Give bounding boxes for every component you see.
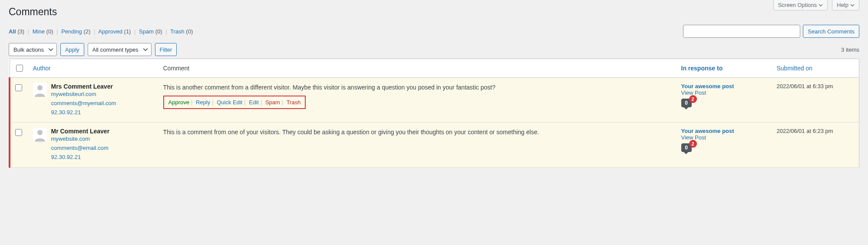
row-actions: Approve| Reply| Quick Edit| Edit| Spam| … — [163, 96, 306, 109]
filter-trash[interactable]: Trash — [170, 28, 185, 35]
response-post-link[interactable]: Your awesome post — [681, 128, 768, 134]
action-spam[interactable]: Spam — [265, 99, 280, 106]
pending-badge: 2 — [689, 95, 697, 103]
avatar — [33, 128, 47, 142]
filter-button[interactable]: Filter — [155, 43, 177, 56]
help-tab[interactable]: Help — [832, 0, 859, 10]
filter-mine[interactable]: Mine — [33, 28, 45, 35]
table-row: Mrs Comment Leaver mywebsiteurl.com comm… — [10, 78, 859, 122]
filter-approved[interactable]: Approved — [98, 28, 122, 35]
filter-all[interactable]: All — [9, 28, 16, 35]
submitted-date: 2022/06/01 at 6:23 pm — [772, 122, 859, 167]
row-checkbox[interactable] — [15, 129, 22, 136]
comment-text: This is a comment from one of your visit… — [163, 128, 673, 137]
items-count: 3 items — [841, 46, 859, 53]
status-filters: All (3) | Mine (0) | Pending (2) | Appro… — [9, 28, 193, 35]
screen-options-label: Screen Options — [778, 2, 817, 8]
avatar — [33, 83, 47, 97]
apply-button[interactable]: Apply — [60, 43, 84, 56]
search-comments-button[interactable]: Search Comments — [803, 25, 859, 38]
svg-point-1 — [37, 85, 43, 90]
bulk-actions-select[interactable]: Bulk actions — [9, 43, 57, 56]
svg-point-3 — [37, 130, 43, 135]
action-trash[interactable]: Trash — [287, 99, 301, 106]
chevron-down-icon — [818, 3, 823, 7]
submitted-date: 2022/06/01 at 6:33 pm — [772, 78, 859, 122]
filter-spam[interactable]: Spam — [139, 28, 154, 35]
comment-types-select[interactable]: All comment types — [88, 43, 152, 56]
author-email[interactable]: comments@email.com — [51, 144, 110, 153]
col-author[interactable]: Author — [33, 65, 51, 72]
comment-count-bubble[interactable]: 02 — [681, 99, 692, 107]
author-ip[interactable]: 92.30.92.21 — [51, 153, 110, 162]
col-date[interactable]: Submitted on — [777, 65, 813, 72]
pending-badge: 2 — [689, 140, 697, 148]
page-title: Comments — [9, 6, 859, 18]
action-edit[interactable]: Edit — [249, 99, 258, 106]
filter-pending[interactable]: Pending — [61, 28, 82, 35]
chevron-down-icon — [850, 3, 855, 7]
action-reply[interactable]: Reply — [196, 99, 210, 106]
author-url[interactable]: mywebsiteurl.com — [51, 90, 116, 99]
screen-options-tab[interactable]: Screen Options — [773, 0, 828, 10]
author-name: Mr Comment Leaver — [51, 128, 110, 135]
table-row: Mr Comment Leaver mywebsite.com comments… — [10, 122, 859, 167]
action-approve[interactable]: Approve — [168, 99, 189, 106]
comment-count-bubble[interactable]: 02 — [681, 143, 692, 152]
author-url[interactable]: mywebsite.com — [51, 135, 110, 144]
action-quick-edit[interactable]: Quick Edit — [217, 99, 242, 106]
author-name: Mrs Comment Leaver — [51, 83, 116, 90]
comments-table: Author Comment In response to Submitted … — [9, 59, 859, 168]
col-comment: Comment — [159, 59, 677, 78]
row-checkbox[interactable] — [15, 84, 22, 91]
response-post-link[interactable]: Your awesome post — [681, 83, 768, 89]
author-ip[interactable]: 92.30.92.21 — [51, 108, 116, 117]
col-response[interactable]: In response to — [681, 65, 768, 72]
comment-text: This is another comment from a different… — [163, 83, 673, 92]
search-comments-input[interactable] — [683, 25, 800, 38]
author-email[interactable]: comments@myemail.com — [51, 99, 116, 108]
select-all-checkbox[interactable] — [16, 65, 23, 72]
help-label: Help — [837, 2, 848, 8]
